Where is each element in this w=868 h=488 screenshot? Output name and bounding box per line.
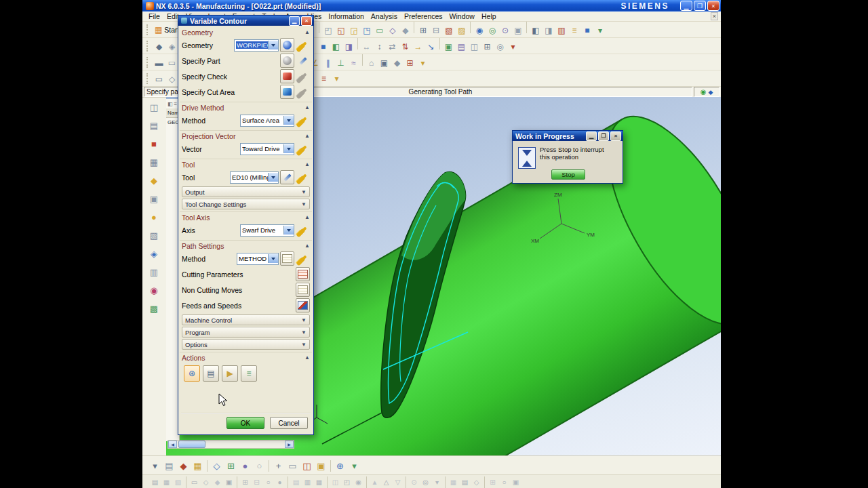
toolbar-icon[interactable]: → — [412, 41, 425, 54]
menu-information[interactable]: Information — [325, 12, 368, 20]
toolbar-icon[interactable]: ∥ — [321, 57, 334, 70]
toolbar-icon[interactable]: ↔ — [360, 41, 373, 54]
program-group-bar[interactable]: Program ▼ — [182, 327, 310, 338]
toolbar-icon[interactable]: ▤ — [149, 476, 161, 487]
edit-vector-button[interactable] — [296, 142, 310, 156]
menu-window[interactable]: Window — [446, 12, 478, 20]
toolbar-icon[interactable]: ◫ — [330, 476, 341, 487]
toolbar-icon[interactable]: ▾ — [148, 459, 162, 473]
display-check-button[interactable] — [296, 69, 310, 83]
toolbar-icon[interactable]: ▦ — [448, 476, 459, 487]
toolbar-icon[interactable]: ■ — [147, 137, 161, 150]
toolbar-icon[interactable]: ◫ — [300, 459, 314, 473]
chevron-down-icon[interactable] — [283, 226, 294, 235]
refresh-icon[interactable]: ◉ — [701, 88, 707, 96]
toolbar-icon[interactable]: ◈ — [147, 247, 161, 260]
toolbar-icon[interactable]: ▾ — [416, 57, 429, 70]
tool-combo[interactable]: ED10 (Milling To — [230, 171, 279, 184]
toolbar-icon[interactable]: ≈ — [347, 57, 360, 70]
list-icon[interactable]: ≡ — [174, 101, 178, 107]
toolbar-icon[interactable]: ◫ — [468, 41, 481, 54]
section-drive-method[interactable]: Drive Method ▲ — [180, 102, 312, 113]
toolbar-icon[interactable]: ◰ — [321, 24, 334, 37]
list-toolpath-button[interactable]: ≡ — [241, 365, 257, 382]
toolbar-icon[interactable]: ■ — [580, 24, 593, 37]
section-tool-axis[interactable]: Tool Axis ▲ — [180, 211, 312, 222]
toolbar-icon[interactable]: ▭ — [189, 476, 200, 487]
toolbar-icon[interactable]: ▾ — [593, 24, 606, 37]
menu-file[interactable]: File — [145, 12, 163, 20]
toolbar-icon[interactable]: ⇄ — [386, 41, 399, 54]
toolbar-icon[interactable]: ▬ — [153, 57, 165, 70]
toolbar-icon[interactable]: ▲ — [369, 476, 380, 487]
toolbar-icon[interactable]: ▤ — [459, 476, 471, 487]
toolbar-grip[interactable] — [146, 24, 150, 35]
toolbar-grip[interactable] — [146, 73, 150, 84]
toolbar-icon[interactable]: ⊟ — [251, 476, 262, 487]
new-geometry-button[interactable] — [296, 38, 310, 52]
toolbar-icon[interactable]: ○ — [252, 459, 267, 473]
toolbar-grip[interactable] — [146, 57, 150, 68]
toolbar-icon[interactable]: ↘ — [425, 41, 437, 54]
scroll-left-icon[interactable]: ◀ — [168, 441, 177, 448]
toolbar-icon[interactable]: ⊙ — [498, 24, 511, 37]
specify-cut-area-button[interactable] — [280, 85, 294, 99]
toolbar-icon[interactable]: ◰ — [341, 476, 353, 487]
toolbar-icon[interactable]: ◎ — [494, 41, 507, 54]
toolbar-icon[interactable]: ◧ — [330, 41, 342, 54]
toolbar-icon[interactable]: ▤ — [162, 459, 176, 473]
toolbar-icon[interactable]: ⊞ — [416, 24, 429, 37]
expand-icon[interactable]: ▼ — [301, 189, 307, 195]
toolbar-icon[interactable]: ◈ — [165, 41, 178, 54]
toolbar-icon[interactable]: ▣ — [147, 192, 161, 205]
close-button[interactable]: × — [707, 1, 719, 11]
specify-check-button[interactable] — [280, 69, 294, 83]
toolbar-icon[interactable]: ↕ — [373, 41, 386, 54]
toolbar-icon[interactable]: ◇ — [471, 476, 482, 487]
toolbar-icon[interactable]: ◆ — [147, 174, 161, 187]
toolbar-icon[interactable]: ⌂ — [365, 57, 378, 70]
chevron-down-icon[interactable] — [283, 116, 294, 125]
toolbar-icon[interactable]: ○ — [498, 476, 510, 487]
collapse-icon[interactable]: ▲ — [304, 29, 310, 35]
expand-icon[interactable]: ▼ — [301, 329, 307, 336]
output-group-bar[interactable]: Output ▼ — [182, 186, 310, 197]
toolbar-icon[interactable]: ▦ — [313, 476, 325, 487]
toolbar-icon[interactable]: ▥ — [302, 476, 313, 487]
toolbar-icon[interactable]: ▣ — [314, 459, 328, 473]
toolbar-icon[interactable]: ● — [274, 476, 285, 487]
toolbar-icon[interactable]: ◫ — [147, 100, 161, 114]
non-cutting-moves-button[interactable] — [296, 283, 310, 297]
toolbar-icon[interactable]: ⊥ — [334, 57, 347, 70]
toolbar-icon[interactable]: ▾ — [347, 459, 361, 473]
toolbar-icon[interactable]: ▭ — [153, 73, 165, 86]
collapse-icon[interactable]: ▲ — [304, 104, 310, 110]
section-projection-vector[interactable]: Projection Vector ▲ — [180, 130, 312, 141]
cancel-button[interactable]: Cancel — [270, 417, 308, 429]
toolbar-icon[interactable]: ▾ — [431, 476, 443, 487]
toolbar-icon[interactable]: ▧ — [442, 24, 455, 37]
toolbar-icon[interactable]: + — [271, 459, 285, 473]
restore-button[interactable]: ❐ — [694, 1, 706, 11]
collapse-icon[interactable]: ▲ — [304, 161, 310, 167]
toolbar-icon[interactable]: ▩ — [147, 302, 161, 315]
toolbar-icon[interactable]: ▭ — [373, 24, 386, 37]
dialog-title-bar[interactable]: Variable Contour ▁ × — [178, 16, 313, 26]
toolbar-icon[interactable]: ○ — [262, 476, 274, 487]
toolbar-icon[interactable]: ▧ — [172, 476, 184, 487]
toolbar-icon[interactable]: ▤ — [147, 119, 161, 132]
scrollbar-thumb[interactable] — [178, 441, 205, 448]
machine-control-group-bar[interactable]: Machine Control ▼ — [182, 314, 310, 325]
progress-minimize-button[interactable]: ▁ — [586, 131, 597, 141]
minimize-button[interactable]: ▁ — [680, 1, 692, 11]
chevron-down-icon[interactable] — [268, 254, 278, 263]
toolbar-icon[interactable]: ◇ — [386, 24, 399, 37]
toolbar-icon[interactable]: ◆ — [399, 24, 412, 37]
verify-toolpath-button[interactable]: ▶ — [222, 365, 238, 382]
toolbar-icon[interactable]: ▣ — [378, 57, 391, 70]
toolbar-icon[interactable]: ≡ — [568, 24, 580, 37]
collapse-icon[interactable]: ▲ — [304, 214, 310, 220]
toolbar-icon[interactable]: ◲ — [347, 24, 360, 37]
toolbar-icon[interactable]: ⊙ — [408, 476, 420, 487]
menu-analysis[interactable]: Analysis — [368, 12, 401, 20]
